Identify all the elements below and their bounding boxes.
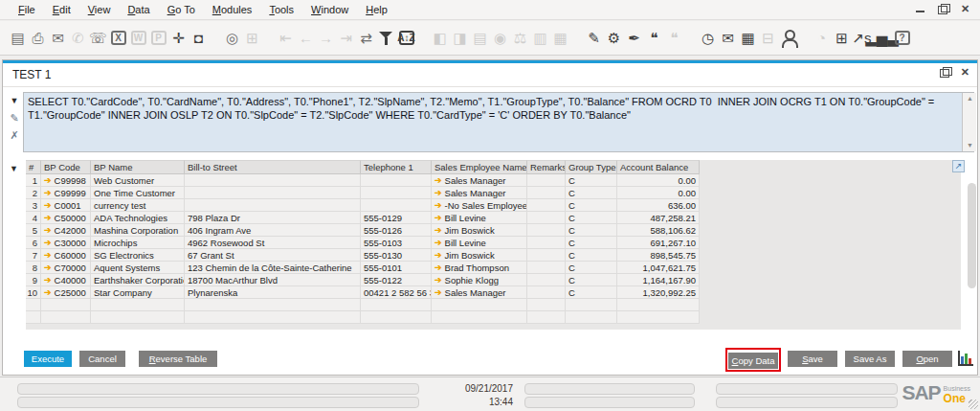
cell-telephone-1[interactable]: 555-0101 <box>361 262 432 274</box>
table-row[interactable] <box>26 311 700 324</box>
cell-remarks[interactable] <box>527 237 566 249</box>
cell-bp-name[interactable]: Earthshaker Corporation <box>91 274 185 286</box>
link-arrow-icon[interactable]: ➔ <box>434 176 442 185</box>
column-header-group-type[interactable]: Group Type <box>566 160 617 174</box>
cell-telephone-1[interactable] <box>361 187 432 199</box>
cell-bill-to-street[interactable]: 798 Plaza Dr <box>185 212 361 224</box>
cell-telephone-1[interactable] <box>361 174 432 187</box>
menu-item-file[interactable]: File <box>10 2 44 17</box>
scroll-down-icon[interactable]: ▼ <box>963 140 977 151</box>
column-header-telephone-1[interactable]: Telephone 1 <box>361 160 432 174</box>
table-row[interactable]: 8➔C70000Aquent Systems123 Chemin de la C… <box>26 262 700 274</box>
first-record-icon[interactable]: ⇤ <box>276 28 296 49</box>
table-row[interactable]: 1➔C99998Web Customer➔Sales ManagerC0.00 <box>26 174 700 187</box>
print-icon[interactable]: ⎙ <box>28 28 48 49</box>
link-arrow-icon[interactable]: ➔ <box>434 189 442 197</box>
cell-remarks[interactable] <box>527 224 566 237</box>
table-row[interactable]: 3➔C0001currency test➔-No Sales Employee-… <box>26 199 700 212</box>
link-arrow-icon[interactable]: ➔ <box>44 276 52 285</box>
sql-query-input[interactable]: SELECT T0."CardCode", T0."CardName", T0.… <box>23 92 974 152</box>
navigate-back-icon[interactable]: ◧ <box>430 28 450 49</box>
cell-bill-to-street[interactable] <box>185 199 361 212</box>
link-arrow-icon[interactable]: ➔ <box>44 189 52 197</box>
cell-bill-to-street[interactable]: 123 Chemin de la Côte-Sainte-Catherine <box>185 262 361 274</box>
table-row[interactable] <box>26 299 700 311</box>
cell--[interactable] <box>26 311 41 324</box>
save-button[interactable]: Save <box>788 351 837 367</box>
launch-application-icon[interactable]: ✛ <box>168 28 189 49</box>
cell-group-type[interactable]: C <box>566 199 617 212</box>
cell-bp-name[interactable]: SG Electronics <box>91 249 185 262</box>
clear-query-icon[interactable]: ✗ <box>10 129 18 141</box>
cell-account-balance[interactable]: 1,047,621.75 <box>617 262 700 274</box>
scheduled-messages-icon[interactable]: ✉ <box>718 28 738 49</box>
cell-remarks[interactable] <box>527 262 566 274</box>
cell-group-type[interactable] <box>566 299 617 311</box>
form-settings-icon[interactable]: ⚙ <box>604 28 624 49</box>
cell-account-balance[interactable]: 487,258.21 <box>617 212 700 224</box>
cell-bill-to-street[interactable]: 18700 MacArthur Blvd <box>185 274 361 286</box>
cell-sales-employee-name[interactable]: ➔Bill Levine <box>432 237 527 249</box>
minimize-icon[interactable] <box>915 4 926 14</box>
cell--[interactable]: 3 <box>26 199 41 212</box>
cell-sales-employee-name[interactable]: ➔Bill Levine <box>432 212 527 224</box>
cell-sales-employee-name[interactable] <box>432 299 527 311</box>
volume-weight-icon[interactable]: ▥ <box>530 28 550 49</box>
link-arrow-icon[interactable]: ➔ <box>434 239 442 247</box>
cell-bp-name[interactable]: Star Company <box>91 286 185 299</box>
menu-item-go-to[interactable]: Go To <box>159 2 204 17</box>
chart-view-icon[interactable] <box>958 351 973 366</box>
cell-bill-to-street[interactable] <box>185 299 361 311</box>
cell-telephone-1[interactable]: 555-0130 <box>361 249 432 262</box>
link-arrow-icon[interactable]: ➔ <box>44 239 52 247</box>
export-excel-icon[interactable]: X <box>108 28 128 49</box>
cell-group-type[interactable]: C <box>566 237 617 249</box>
navigate-forward-icon[interactable]: ◨ <box>450 28 470 49</box>
save-as-button[interactable]: Save As <box>845 351 895 367</box>
cell-account-balance[interactable]: 898,545.75 <box>617 249 700 262</box>
cell-account-balance[interactable]: 636.00 <box>617 199 700 212</box>
cell-bill-to-street[interactable] <box>185 187 361 199</box>
cell-remarks[interactable] <box>527 299 566 311</box>
cell-remarks[interactable] <box>527 187 566 199</box>
restore-icon[interactable] <box>938 4 949 14</box>
cell-group-type[interactable]: C <box>566 187 617 199</box>
lock-screen-icon[interactable]: ◘ <box>189 28 209 49</box>
table-row[interactable]: 2➔C99999One Time Customer➔Sales ManagerC… <box>26 187 700 199</box>
cell-bp-code[interactable]: ➔C30000 <box>41 237 91 249</box>
fax-icon[interactable]: ☏ <box>88 28 108 49</box>
next-record-icon[interactable]: → <box>316 28 336 49</box>
help-partial-icon[interactable]: ? <box>892 28 912 49</box>
table-row[interactable]: 10➔C25000Star CompanyPlynarenska00421 2 … <box>26 286 700 299</box>
cell-sales-employee-name[interactable]: ➔-No Sales Employee- <box>432 199 527 212</box>
cell-telephone-1[interactable]: 00421 2 582 56 33 <box>361 286 432 299</box>
menu-item-data[interactable]: Data <box>119 2 158 17</box>
sms-icon[interactable]: ✆ <box>68 28 88 49</box>
cell-remarks[interactable] <box>527 249 566 262</box>
scheduled-report-icon[interactable]: ◔ <box>812 28 832 49</box>
cell-sales-employee-name[interactable]: ➔Sales Manager <box>432 286 527 299</box>
cell-group-type[interactable] <box>566 311 617 324</box>
cell-bp-code[interactable]: ➔C40000 <box>41 274 91 286</box>
email-icon[interactable]: ✉ <box>48 28 68 49</box>
base-document-icon[interactable]: ▦ <box>550 28 570 49</box>
cell-remarks[interactable] <box>527 274 566 286</box>
cell-telephone-1[interactable]: 555-0126 <box>361 224 432 237</box>
cell-group-type[interactable]: C <box>566 286 617 299</box>
my-personal-data-icon[interactable] <box>778 28 798 49</box>
edit-chart-icon[interactable]: ▂▅▃ <box>872 28 892 49</box>
export-pdf-icon[interactable]: P <box>148 28 168 49</box>
add-record-icon[interactable]: ⊞ <box>242 28 262 49</box>
cell--[interactable]: 7 <box>26 249 41 262</box>
cell-account-balance[interactable]: 1,320,992.25 <box>617 286 700 299</box>
cell-bp-code[interactable]: ➔C70000 <box>41 262 91 274</box>
edit-query-icon[interactable]: ✎ <box>10 112 18 124</box>
cell-account-balance[interactable] <box>617 311 700 324</box>
cell-telephone-1[interactable] <box>361 199 432 212</box>
cell--[interactable]: 9 <box>26 274 41 286</box>
table-row[interactable]: 9➔C40000Earthshaker Corporation18700 Mac… <box>26 274 700 286</box>
cell-bill-to-street[interactable]: Plynarenska <box>185 286 361 299</box>
cell--[interactable]: 4 <box>26 212 41 224</box>
edit-mode-icon[interactable]: ✎ <box>584 28 604 49</box>
cell-group-type[interactable]: C <box>566 212 617 224</box>
